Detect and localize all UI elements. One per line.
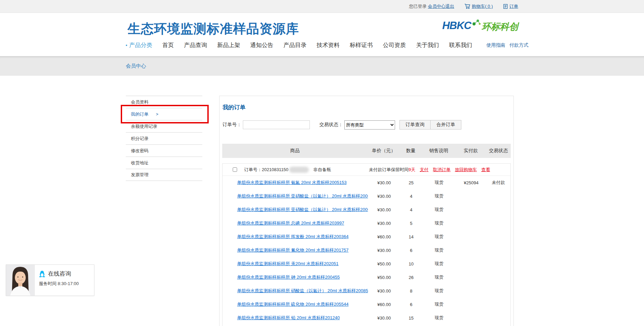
breadcrumb-band: 会员中心: [0, 56, 644, 76]
service-time: 服务时间 8:30-17:00: [39, 281, 94, 287]
sidebar-item[interactable]: 我的订单>: [126, 108, 202, 120]
product-link[interactable]: 单组份水质监测标样标样所 砷 20ml 水质标样200455: [223, 274, 368, 280]
qq-icon: [39, 270, 45, 277]
nav-item[interactable]: 技术资料: [317, 41, 340, 49]
nav-item[interactable]: 关于我们: [416, 41, 439, 49]
unit-price-cell: ¥30.00: [368, 316, 400, 321]
nav-help-link[interactable]: 付款方式: [509, 42, 528, 48]
product-row: 单组份水质监测标样标样所 亚硝酸盐（以氮计） 20ml 水质标样200643¥3…: [223, 189, 510, 203]
order-number-blur: [289, 167, 309, 173]
cart-icon: [464, 3, 470, 9]
product-row: 单组份水质监测标样标样所 氟化物 20ml 水质标样201757¥30.006现…: [223, 243, 510, 257]
header-trade-status: 交易状态: [486, 148, 511, 154]
header-quantity: 数量: [400, 148, 422, 154]
nav-item[interactable]: 公司资质: [383, 41, 406, 49]
product-link[interactable]: 单组份水质监测标样标样所 亚硝酸盐（以氮计） 20ml 水质标样200644: [223, 207, 368, 213]
paid-amount-cell: ¥25094: [456, 180, 486, 185]
trade-status-cell: 未付款: [486, 180, 510, 186]
product-link[interactable]: 单组份水质监测标样标样所 硝酸盐（以氮计） 20ml 水质标样200850: [223, 288, 368, 294]
quantity-cell: 26: [400, 275, 422, 280]
sidebar-item-label: 余额使用记录: [131, 123, 157, 130]
nav-item[interactable]: 产品目录: [283, 41, 306, 49]
quantity-cell: 14: [400, 234, 422, 239]
order-action-link[interactable]: 查看: [481, 167, 490, 173]
order-filter-bar: 订单号： 交易状态： 所有类型 订单查询 合并订单: [223, 120, 513, 130]
order-header-row: 订单号：20210831150 非自备瓶 未付款订单保留时间 9天 支付取消订单…: [223, 164, 510, 176]
sidebar-item-label: 收货地址: [131, 160, 148, 166]
sidebar-item[interactable]: 发票管理: [126, 169, 202, 181]
sidebar-item-label: 我的订单: [131, 111, 148, 117]
order-action-link[interactable]: 支付: [420, 167, 429, 173]
product-link[interactable]: 单组份水质监测标样标样所 氨氮 20ml 水质标样2005153: [223, 180, 368, 186]
quantity-cell: 6: [400, 302, 422, 307]
quantity-cell: 4: [400, 194, 422, 199]
nav-item[interactable]: 新品上架: [217, 41, 240, 49]
order-number-label: 订单号：: [223, 122, 242, 128]
sidebar-item-label: 积分记录: [131, 136, 148, 142]
orders-icon: [503, 4, 508, 9]
bottle-note: 非自备瓶: [314, 167, 331, 173]
nav-help-links: 使用指南付款方式: [482, 42, 528, 48]
sales-note-cell: 现货: [422, 315, 456, 321]
nav-product-categories[interactable]: 产品分类: [126, 41, 152, 49]
orders-group[interactable]: 订单: [503, 3, 518, 9]
order-action-link[interactable]: 取消订单: [433, 167, 451, 173]
orders-link[interactable]: 订单: [509, 3, 518, 9]
order-select-checkbox[interactable]: [233, 167, 237, 172]
unit-price-cell: ¥30.00: [368, 248, 400, 253]
top-bar: 您已登录 会员中心退出 购物车( 0 ) 订单: [0, 0, 644, 13]
site-logo-text: 生态环境监测标准样品资源库: [128, 20, 299, 38]
nav-item[interactable]: 标样证书: [350, 41, 373, 49]
quantity-cell: 15: [400, 316, 422, 321]
consultant-photo: [6, 265, 35, 296]
quantity-cell: 8: [400, 288, 422, 294]
sidebar-item[interactable]: 余额使用记录: [126, 120, 202, 132]
cart-group[interactable]: 购物车( 0 ): [464, 3, 493, 9]
brand-name-text: 环标科创: [482, 21, 518, 33]
sidebar-item-label: 修改密码: [131, 148, 148, 154]
nav-item[interactable]: 联系我们: [449, 41, 472, 49]
trade-status-select[interactable]: 所有类型: [344, 120, 395, 130]
nav-item[interactable]: 产品查询: [184, 41, 207, 49]
product-link[interactable]: 单组份水质监测标样标样所 亚硝酸盐（以氮计） 20ml 水质标样200643: [223, 193, 368, 199]
breadcrumb[interactable]: 会员中心: [126, 63, 146, 69]
member-center-logout-link[interactable]: 会员中心退出: [428, 3, 454, 9]
product-link[interactable]: 单组份水质监测标样标样所 挥发酚 20ml 水质标样200364: [223, 234, 368, 240]
sales-note-cell: 现货: [422, 234, 456, 240]
retention-days: 9天: [409, 167, 415, 173]
sales-note-cell: 现货: [422, 261, 456, 267]
sidebar-item[interactable]: 收货地址: [126, 157, 202, 169]
product-link[interactable]: 单组份水质监测标样标样所 铅 20ml 水质标样201240: [223, 315, 368, 321]
sidebar-item[interactable]: 积分记录: [126, 132, 202, 144]
nav-item[interactable]: 通知公告: [250, 41, 273, 49]
order-number-input[interactable]: [243, 120, 310, 129]
nav-help-link[interactable]: 使用指南: [486, 42, 505, 48]
unit-price-cell: ¥50.00: [368, 275, 400, 280]
order-action-link[interactable]: 放回购物车: [455, 167, 477, 173]
online-consult-widget[interactable]: 在线咨询 服务时间 8:30-17:00: [6, 264, 94, 296]
product-row: 单组份水质监测标样标样所 总磷 20ml 水质标样203997¥30.005现货: [223, 216, 510, 230]
product-row: 单组份水质监测标样标样所 硫化物 20ml 水质标样205544¥60.006现…: [223, 298, 510, 311]
cart-link[interactable]: 购物车( 0 ): [472, 3, 493, 9]
unit-price-cell: ¥30.00: [368, 194, 400, 199]
product-link[interactable]: 单组份水质监测标样标样所 氟化物 20ml 水质标样201757: [223, 247, 368, 253]
orders-table: 商品 单价（元） 数量 销售说明 实付款 交易状态 订单号：2021083115…: [222, 144, 511, 326]
product-row: 单组份水质监测标样标样所 砷 20ml 水质标样200455¥50.0026现货: [223, 271, 510, 284]
product-row: 单组份水质监测标样标样所 氨氮 20ml 水质标样2005153¥30.0025…: [223, 176, 510, 189]
unit-price-cell: ¥30.00: [368, 288, 400, 294]
product-link[interactable]: 单组份水质监测标样标样所 硫化物 20ml 水质标样205544: [223, 301, 368, 307]
product-link[interactable]: 单组份水质监测标样标样所 总磷 20ml 水质标样203997: [223, 220, 368, 226]
main-nav: 产品分类 首页产品查询新品上架通知公告产品目录技术资料标样证书公司资质关于我们联…: [126, 41, 518, 49]
product-row: 单组份水质监测标样标样所 亚硝酸盐（以氮计） 20ml 水质标样200644¥3…: [223, 203, 510, 216]
order-search-button[interactable]: 订单查询: [399, 120, 431, 130]
product-row: 单组份水质监测标样标样所 挥发酚 20ml 水质标样200364¥60.0014…: [223, 230, 510, 243]
sales-note-cell: 现货: [422, 180, 456, 186]
nav-items: 首页产品查询新品上架通知公告产品目录技术资料标样证书公司资质关于我们联系我们: [162, 41, 482, 49]
sidebar-item[interactable]: 会员资料: [126, 96, 202, 108]
sidebar-item[interactable]: 修改密码: [126, 144, 202, 157]
product-link[interactable]: 单组份水质监测标样标样所 汞20ml 水质标样202051: [223, 261, 368, 267]
merge-orders-button[interactable]: 合并订单: [430, 120, 461, 130]
consult-title[interactable]: 在线咨询: [48, 270, 71, 278]
retention-text: 未付款订单保留时间: [369, 167, 409, 173]
nav-item[interactable]: 首页: [162, 41, 174, 49]
